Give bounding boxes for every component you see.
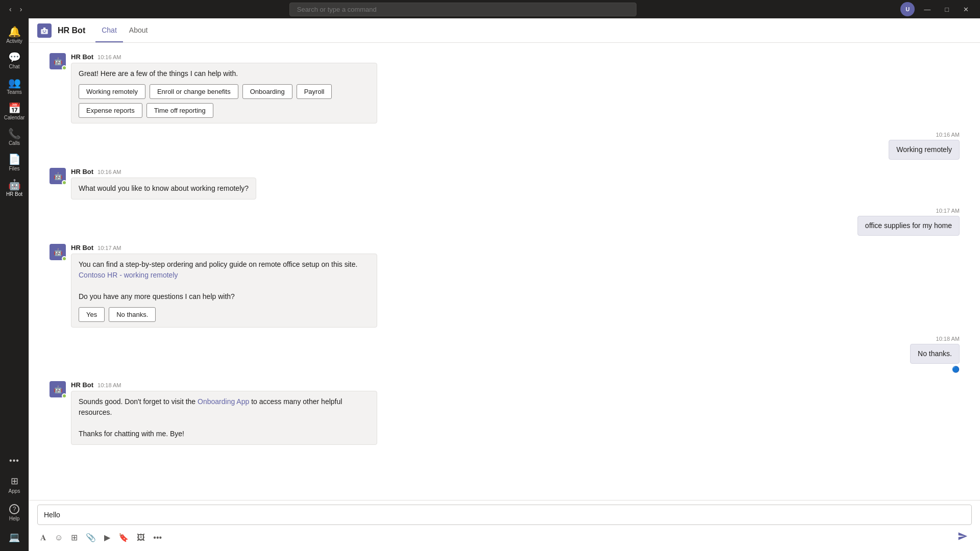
message-content-2: 10:16 AM Working remotely <box>889 132 960 160</box>
sidebar-label-calendar: Calendar <box>4 115 25 120</box>
sidebar-item-device[interactable]: 💻 <box>0 528 29 547</box>
calendar-icon: 📅 <box>8 103 21 113</box>
message-meta-2: 10:16 AM <box>889 132 960 138</box>
message-time-4: 10:17 AM <box>936 208 960 214</box>
message-text-6: No thanks. <box>918 349 952 358</box>
sidebar-label-activity: Activity <box>6 38 22 44</box>
message-time-6: 10:18 AM <box>936 336 960 342</box>
title-bar-right: U — □ ✕ <box>900 2 974 16</box>
btn-payroll[interactable]: Payroll <box>297 84 332 99</box>
onboarding-app-link[interactable]: Onboarding App <box>198 397 249 406</box>
btn-working-remotely[interactable]: Working remotely <box>79 84 145 99</box>
main-content: HR Bot Chat About 🤖 HR Bot 10:16 AM <box>29 18 980 551</box>
chat-icon: 💬 <box>8 52 21 62</box>
sidebar-item-apps[interactable]: ⊞ Apps <box>0 471 29 498</box>
sidebar-item-activity[interactable]: 🔔 Activity <box>0 22 29 48</box>
image-button[interactable]: 🖼 <box>134 531 148 544</box>
message-row-2: 10:16 AM Working remotely <box>50 132 960 160</box>
giphy-button[interactable]: 📎 <box>83 531 99 544</box>
btn-onboarding[interactable]: Onboarding <box>242 84 292 99</box>
tab-about[interactable]: About <box>123 19 154 42</box>
message-text-4: office supplies for my home <box>865 221 952 230</box>
search-input[interactable] <box>289 3 636 16</box>
sidebar-item-calendar[interactable]: 📅 Calendar <box>0 99 29 124</box>
avatar[interactable]: U <box>900 2 915 16</box>
nav-buttons: ‹ › <box>6 3 25 15</box>
message-bubble-2: Working remotely <box>889 140 960 160</box>
message-meta-1: HR Bot 10:16 AM <box>71 53 377 61</box>
meet-now-button[interactable]: ▶ <box>101 531 113 544</box>
message-sender-7: HR Bot <box>71 381 93 389</box>
message-time-5: 10:17 AM <box>97 245 121 251</box>
apps-icon: ⊞ <box>11 475 18 487</box>
action-buttons-1: Working remotely Enroll or change benefi… <box>79 84 370 118</box>
action-buttons-5: Yes No thanks. <box>79 307 370 322</box>
sidebar-item-help[interactable]: ? Help <box>0 500 29 525</box>
message-time-7: 10:18 AM <box>97 382 121 388</box>
sticker-button[interactable]: ⊞ <box>68 531 81 544</box>
message-row-6: 10:18 AM No thanks. 🔵 <box>50 336 960 373</box>
btn-enroll-benefits[interactable]: Enroll or change benefits <box>150 84 238 99</box>
message-time-1: 10:16 AM <box>97 54 121 60</box>
title-bar-left: ‹ › <box>6 3 25 15</box>
message-bubble-7: Sounds good. Don't forget to visit the O… <box>71 391 377 445</box>
panel-title: HR Bot <box>58 26 85 35</box>
search-bar[interactable] <box>289 3 636 16</box>
message-row-3: 🤖 HR Bot 10:16 AM What would you like to… <box>50 168 960 199</box>
sidebar-item-files[interactable]: 📄 Files <box>0 150 29 176</box>
message-sender-1: HR Bot <box>71 53 93 61</box>
message-sender-3: HR Bot <box>71 168 93 176</box>
svg-rect-1 <box>43 28 46 30</box>
message-row-4: 10:17 AM office supplies for my home <box>50 208 960 236</box>
message-input[interactable] <box>37 505 972 525</box>
sidebar-item-teams[interactable]: 👥 Teams <box>0 73 29 99</box>
panel-header: HR Bot Chat About <box>29 18 980 43</box>
message-text-2: Working remotely <box>896 145 952 154</box>
message-row-7: 🤖 HR Bot 10:18 AM Sounds good. Don't for… <box>50 381 960 445</box>
btn-time-off[interactable]: Time off reporting <box>146 103 213 118</box>
sidebar-item-more[interactable]: ••• <box>0 452 29 469</box>
maximize-button[interactable]: □ <box>940 4 954 15</box>
forward-button[interactable]: › <box>17 3 26 15</box>
btn-no-thanks[interactable]: No thanks. <box>109 307 156 322</box>
bot-status-dot-3 <box>62 180 67 185</box>
chat-area: 🤖 HR Bot 10:16 AM Great! Here are a few … <box>29 43 980 500</box>
activity-icon: 🔔 <box>8 27 21 37</box>
back-button[interactable]: ‹ <box>6 3 15 15</box>
minimize-button[interactable]: — <box>919 4 936 15</box>
btn-yes[interactable]: Yes <box>79 307 105 322</box>
hrbot-panel: HR Bot Chat About 🤖 HR Bot 10:16 AM <box>29 18 980 551</box>
message-bubble-4: office supplies for my home <box>857 216 960 236</box>
sidebar-item-calls[interactable]: 📞 Calls <box>0 124 29 150</box>
svg-point-2 <box>43 30 44 31</box>
sidebar-label-apps: Apps <box>9 488 20 494</box>
svg-rect-4 <box>43 32 46 33</box>
panel-tabs: Chat About <box>95 19 154 42</box>
tab-chat[interactable]: Chat <box>95 19 123 42</box>
contoso-hr-link[interactable]: Contoso HR - working remotely <box>79 271 178 279</box>
bot-status-dot-7 <box>62 393 67 398</box>
btn-expense-reports[interactable]: Expense reports <box>79 103 142 118</box>
format-button[interactable]: 𝐀 <box>37 531 50 544</box>
sidebar-item-hrbot[interactable]: 🤖 HR Bot <box>0 176 29 201</box>
message-meta-5: HR Bot 10:17 AM <box>71 244 377 252</box>
praise-button[interactable]: 🔖 <box>115 531 132 544</box>
emoji-button[interactable]: ☺ <box>52 531 66 544</box>
send-button[interactable] <box>953 529 972 546</box>
more-options-button[interactable]: ••• <box>150 531 165 544</box>
message-time-3: 10:16 AM <box>97 169 121 175</box>
message-text-5b: Do you have any more questions I can hel… <box>79 292 235 300</box>
sidebar-label-teams: Teams <box>7 89 21 95</box>
message-text-1: Great! Here are a few of the things I ca… <box>79 69 238 78</box>
message-content-4: 10:17 AM office supplies for my home <box>857 208 960 236</box>
close-button[interactable]: ✕ <box>958 4 974 15</box>
bot-status-dot-5 <box>62 256 67 261</box>
sidebar-label-help: Help <box>9 516 20 521</box>
sidebar-item-chat[interactable]: 💬 Chat <box>0 48 29 73</box>
message-content-3: HR Bot 10:16 AM What would you like to k… <box>71 168 256 199</box>
message-meta-7: HR Bot 10:18 AM <box>71 381 377 389</box>
sidebar-label-chat: Chat <box>9 64 19 69</box>
bot-avatar-1: 🤖 <box>50 53 66 69</box>
message-content-1: HR Bot 10:16 AM Great! Here are a few of… <box>71 53 377 123</box>
message-bubble-5: You can find a step-by-step ordering and… <box>71 254 377 328</box>
